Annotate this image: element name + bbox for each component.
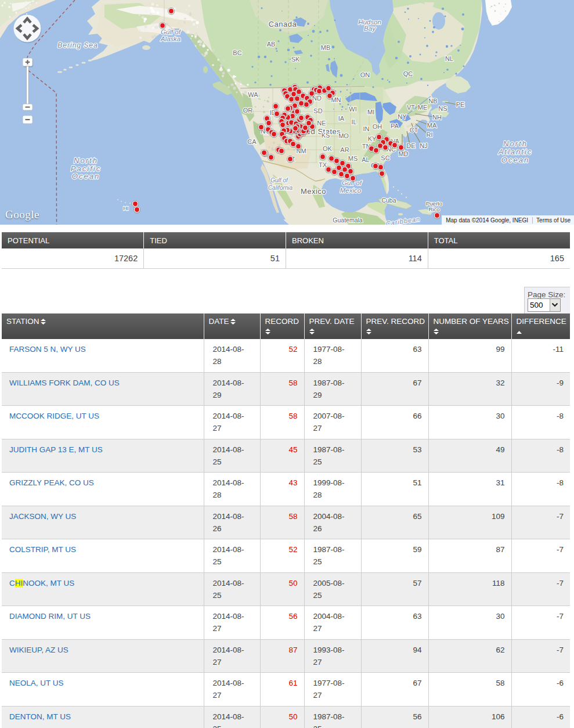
svg-text:North: North <box>74 156 98 165</box>
svg-text:OH: OH <box>373 123 382 130</box>
svg-text:MA: MA <box>427 122 437 129</box>
svg-text:Rico: Rico <box>428 206 439 212</box>
svg-text:Atlantic: Atlantic <box>498 147 533 156</box>
svg-text:NS: NS <box>438 105 447 112</box>
svg-text:VT: VT <box>407 104 415 111</box>
svg-text:KS: KS <box>322 132 330 139</box>
svg-text:NL: NL <box>445 55 453 62</box>
svg-text:SD: SD <box>313 107 322 114</box>
svg-text:MD: MD <box>398 150 408 157</box>
svg-text:IL: IL <box>351 118 356 125</box>
svg-text:NE: NE <box>317 120 326 127</box>
svg-text:NY: NY <box>398 113 407 120</box>
svg-text:AB: AB <box>267 41 276 48</box>
svg-text:SC: SC <box>381 154 389 161</box>
svg-text:Canada: Canada <box>269 20 297 28</box>
svg-text:Ocean: Ocean <box>501 156 529 164</box>
svg-text:NB: NB <box>428 98 437 104</box>
svg-text:North: North <box>503 139 528 148</box>
svg-text:Mexico: Mexico <box>301 187 326 196</box>
svg-text:NH: NH <box>432 114 442 121</box>
svg-text:IN: IN <box>363 125 370 132</box>
svg-text:ON: ON <box>360 71 370 78</box>
svg-text:IA: IA <box>338 115 345 122</box>
svg-text:HI: HI <box>123 205 129 211</box>
svg-text:MS: MS <box>348 155 358 162</box>
svg-text:BC: BC <box>233 49 241 56</box>
svg-text:Ocean: Ocean <box>72 172 100 181</box>
svg-text:Guatemala: Guatemala <box>333 217 363 224</box>
svg-text:Gulf of: Gulf of <box>270 177 288 183</box>
svg-text:QC: QC <box>403 70 413 77</box>
svg-text:RI: RI <box>427 131 433 138</box>
svg-text:CT: CT <box>410 127 418 134</box>
svg-text:Cuba: Cuba <box>381 197 396 204</box>
svg-text:AR: AR <box>340 146 349 153</box>
svg-text:MI: MI <box>367 109 374 116</box>
svg-text:Alaska: Alaska <box>160 35 181 42</box>
svg-text:WA: WA <box>248 91 258 98</box>
svg-text:OR: OR <box>243 107 253 114</box>
svg-text:Bay: Bay <box>364 25 376 32</box>
svg-text:AL: AL <box>362 156 369 163</box>
svg-text:Bering Sea: Bering Sea <box>57 41 98 49</box>
svg-text:ME: ME <box>418 104 428 111</box>
svg-text:KY: KY <box>368 135 377 142</box>
svg-text:California: California <box>268 185 293 191</box>
svg-text:MB: MB <box>321 44 331 51</box>
svg-text:MO: MO <box>338 132 349 139</box>
svg-text:OK: OK <box>323 145 333 152</box>
svg-text:WI: WI <box>349 106 356 113</box>
svg-text:DE: DE <box>406 142 415 149</box>
svg-text:Gulf of: Gulf of <box>161 28 182 35</box>
svg-text:CA: CA <box>247 138 257 145</box>
svg-text:Mexico: Mexico <box>340 187 362 194</box>
svg-text:PE: PE <box>456 101 465 108</box>
svg-text:PA: PA <box>391 122 399 129</box>
svg-text:NJ: NJ <box>420 142 427 149</box>
svg-text:SK: SK <box>291 56 300 63</box>
